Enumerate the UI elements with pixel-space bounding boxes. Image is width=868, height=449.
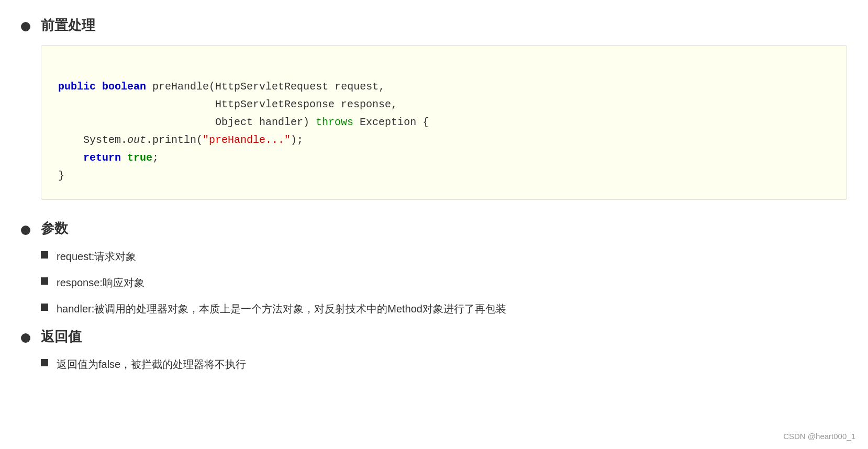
- keyword-true: true: [127, 152, 152, 164]
- watermark: CSDN @heart000_1: [783, 432, 855, 441]
- bullet-circle-params: [21, 226, 30, 235]
- section-title-return: 返回值: [41, 327, 82, 346]
- list-item: 返回值为false，被拦截的处理器将不执行: [41, 356, 847, 372]
- keyword-out: out: [127, 134, 146, 146]
- code-block: public boolean preHandle(HttpServletRequ…: [41, 45, 847, 200]
- bullet-circle-return: [21, 333, 30, 343]
- section-params: 参数 request:请求对象 response:响应对象 handler:被调…: [21, 219, 847, 316]
- list-item: handler:被调用的处理器对象，本质上是一个方法对象，对反射技术中的Meth…: [41, 301, 847, 317]
- keyword-throws: throws: [316, 116, 353, 128]
- bullet-square-response: [41, 277, 48, 285]
- section-preprocess: 前置处理 public boolean preHandle(HttpServle…: [21, 16, 847, 200]
- string-prehandle: "preHandle...": [203, 134, 291, 146]
- section-header-preprocess: 前置处理: [21, 16, 847, 35]
- section-return: 返回值 返回值为false，被拦截的处理器将不执行: [21, 327, 847, 372]
- section-header-params: 参数: [21, 219, 847, 238]
- keyword-return: return: [83, 152, 121, 164]
- param-request: request:请求对象: [57, 249, 136, 264]
- bullet-square-request: [41, 251, 48, 259]
- keyword-public: public: [58, 81, 96, 93]
- param-handler: handler:被调用的处理器对象，本质上是一个方法对象，对反射技术中的Meth…: [57, 301, 506, 317]
- keyword-boolean: boolean: [102, 81, 146, 93]
- list-item: response:响应对象: [41, 275, 847, 290]
- bullet-square-returnval: [41, 359, 48, 366]
- return-value-text: 返回值为false，被拦截的处理器将不执行: [57, 356, 246, 372]
- list-item: request:请求对象: [41, 249, 847, 264]
- section-title-preprocess: 前置处理: [41, 16, 95, 35]
- params-list: request:请求对象 response:响应对象 handler:被调用的处…: [41, 249, 847, 317]
- bullet-circle-preprocess: [21, 22, 30, 31]
- return-list: 返回值为false，被拦截的处理器将不执行: [41, 356, 847, 372]
- method-name: preHandle: [152, 81, 209, 93]
- section-header-return: 返回值: [21, 327, 847, 346]
- param-response: response:响应对象: [57, 275, 144, 290]
- bullet-square-handler: [41, 304, 48, 311]
- section-title-params: 参数: [41, 219, 68, 238]
